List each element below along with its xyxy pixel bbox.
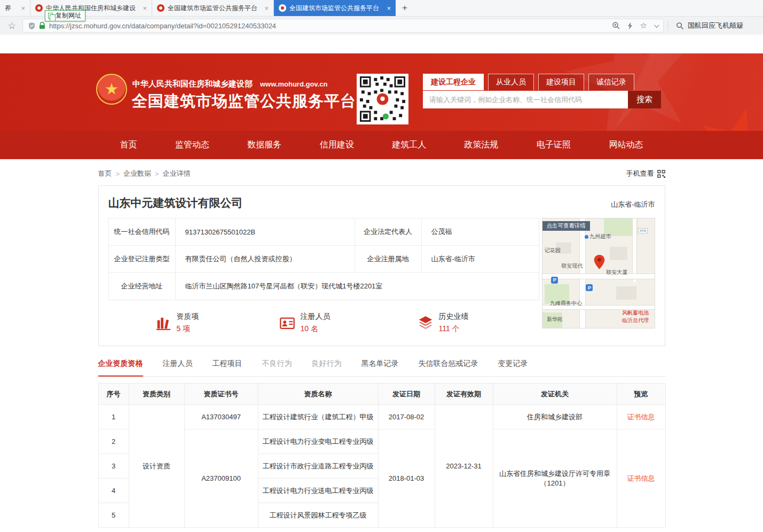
cert-info-link[interactable]: 证书信息: [627, 413, 655, 421]
site-favicon-icon: [157, 4, 164, 12]
bookmark-star-icon[interactable]: ☆: [5, 20, 18, 32]
credit-code-value: 91371302675501022B: [175, 218, 355, 246]
search-tab-credit-records[interactable]: 诚信记录: [588, 74, 634, 90]
map-label-supermarket: 九州超市: [585, 233, 611, 240]
nav-item-e-certificates[interactable]: 电子证照: [537, 139, 571, 151]
site-title: 全国建筑市场监管公共服务平台: [132, 91, 356, 112]
certificates-icon: [155, 315, 171, 331]
stat-qualifications[interactable]: 资质项 5 项: [155, 312, 199, 334]
company-info-table: 统一社会信用代码 91371302675501022B 企业法定代表人 公茂福 …: [108, 218, 539, 300]
company-region: 山东省-临沂市: [611, 200, 655, 209]
map-label-xinhua: 新华苑: [547, 316, 563, 323]
cert-info-link[interactable]: 证书信息: [627, 474, 655, 482]
tab-blacklist[interactable]: 黑名单记录: [361, 359, 399, 376]
ministry-url: www.mohurd.gov.cn: [260, 80, 327, 88]
issue-date: 2018-01-03: [378, 429, 435, 528]
parking-icon: P: [551, 277, 558, 284]
row-number: 5: [98, 503, 129, 528]
map-label-battery: 风帆蓄电池 临沂总代理: [622, 309, 649, 324]
qual-name: 工程设计建筑行业（建筑工程）甲级: [258, 405, 378, 429]
cert-number: A237009100: [184, 429, 258, 528]
issuing-authority: 山东省住房和城乡建设厅许可专用章 （1201）: [493, 429, 617, 528]
stat-registered-personnel[interactable]: 注册人员 10 名: [279, 312, 331, 334]
info-label: 企业登记注册类型: [108, 246, 175, 273]
tab-qualifications[interactable]: 企业资质资格: [98, 359, 143, 377]
favorite-star-icon[interactable]: ☆: [640, 21, 647, 30]
close-icon[interactable]: ×: [143, 4, 147, 12]
qual-name: 工程设计风景园林工程专项乙级: [258, 503, 378, 528]
browser-tab-jzsc-active[interactable]: 全国建筑市场监管公共服务平台 ×: [274, 0, 396, 16]
banner-search-area: 建设工程企业 从业人员 建设项目 诚信记录 搜索: [423, 74, 661, 108]
map-road: [542, 273, 655, 279]
mobile-view-button[interactable]: 手机查看: [626, 169, 665, 178]
nav-item-credit-building[interactable]: 信用建设: [320, 139, 354, 151]
close-icon[interactable]: ×: [264, 4, 269, 12]
atm-icon: ATM: [638, 228, 648, 233]
layers-icon: [418, 315, 434, 331]
tab-change-records[interactable]: 变更记录: [498, 359, 528, 376]
row-number: 4: [98, 479, 129, 503]
nav-item-site-news[interactable]: 网站动态: [609, 139, 643, 151]
stat-value: 5 项: [177, 324, 199, 334]
col-header: 预览: [617, 384, 665, 405]
copy-url-tooltip[interactable]: 复制网址: [45, 10, 85, 21]
browser-tab-jzsc-1[interactable]: 全国建筑市场监管公共服务平台 ×: [152, 0, 274, 16]
lightning-icon[interactable]: [627, 22, 633, 30]
browser-tab-partial[interactable]: 界 ×: [0, 0, 30, 16]
nav-item-data-services[interactable]: 数据服务: [247, 139, 281, 151]
nav-item-construction-workers[interactable]: 建筑工人: [392, 139, 426, 151]
info-label: 企业经营地址: [108, 273, 175, 300]
col-header: 序号: [98, 384, 129, 405]
url-field[interactable]: https://jzsc.mohurd.gov.cn/data/company/…: [22, 19, 664, 33]
breadcrumb-home[interactable]: 首页: [98, 169, 112, 178]
shop-icon: [585, 235, 588, 239]
search-tab-projects[interactable]: 建设项目: [538, 74, 584, 90]
map-widget[interactable]: 点击可查看详情 九州超市 ATM 记花园 联安现代 联安大厦 P P 九峰商务中…: [542, 218, 655, 328]
close-icon[interactable]: ×: [387, 4, 391, 12]
row-number: 3: [98, 454, 129, 479]
map-road: [632, 218, 637, 282]
nav-item-home[interactable]: 首页: [120, 139, 137, 151]
keyword-search-input[interactable]: [423, 91, 628, 108]
hot-search-box[interactable]: 国航回应飞机颠簸: [668, 21, 758, 30]
map-hint: 点击可查看详情: [542, 221, 591, 231]
close-icon[interactable]: ×: [21, 4, 25, 12]
search-tab-practitioners[interactable]: 从业人员: [488, 74, 534, 90]
qual-row: 1 设计资质 A137030497 工程设计建筑行业（建筑工程）甲级 2017-…: [98, 405, 665, 429]
company-name: 山东中元建筑设计有限公司: [108, 195, 243, 210]
tab-registered-personnel[interactable]: 注册人员: [163, 359, 193, 376]
url-text[interactable]: https://jzsc.mohurd.gov.cn/data/company/…: [49, 22, 608, 30]
nav-item-supervision-news[interactable]: 监管动态: [175, 139, 209, 151]
row-number: 1: [98, 405, 129, 429]
site-favicon-icon: [35, 4, 43, 12]
hot-search-text: 国航回应飞机颠簸: [688, 21, 743, 30]
tab-dishonesty-records[interactable]: 失信联合惩戒记录: [419, 359, 478, 376]
chevron-down-icon[interactable]: [654, 22, 659, 28]
national-emblem-icon: [96, 74, 127, 105]
star-icon: [105, 83, 118, 96]
new-tab-button[interactable]: +: [396, 0, 414, 16]
tab-good-behavior[interactable]: 良好行为: [312, 359, 342, 376]
shield-icon[interactable]: [28, 22, 35, 30]
map-label-lianan-modern: 联安现代: [561, 262, 583, 270]
site-banner: 中华人民共和国住房和城乡建设部 www.mohurd.gov.cn 全国建筑市场…: [0, 53, 763, 131]
browser-window: 界 × 中华人民共和国住房和城乡建设 × 全国建筑市场监管公共服务平台 × 全国…: [0, 0, 763, 532]
nav-item-policies[interactable]: 政策法规: [465, 139, 499, 151]
zoom-icon[interactable]: [612, 21, 620, 30]
map-building: [616, 286, 636, 300]
col-header: 发证有效期: [435, 384, 493, 405]
breadcrumb-company-data[interactable]: 企业数据: [123, 169, 151, 178]
tab-bad-behavior[interactable]: 不良行为: [262, 359, 292, 376]
stat-historical-performance[interactable]: 历史业绩 111 个: [418, 312, 469, 334]
tab-projects[interactable]: 工程项目: [213, 359, 242, 376]
info-label: 统一社会信用代码: [108, 218, 175, 246]
breadcrumb: 首页 > 企业数据 > 企业详情 手机查看: [98, 169, 665, 178]
search-tab-construction-enterprise[interactable]: 建设工程企业: [423, 74, 484, 90]
validity-date: 2023-12-31: [435, 405, 493, 528]
ministry-name: 中华人民共和国住房和城乡建设部: [132, 79, 253, 89]
col-header: 资质证书号: [184, 384, 258, 405]
search-button[interactable]: 搜索: [628, 91, 661, 108]
stat-label: 历史业绩: [439, 312, 469, 322]
issuing-authority: 住房和城乡建设部: [493, 405, 617, 429]
breadcrumb-separator: >: [155, 170, 159, 178]
